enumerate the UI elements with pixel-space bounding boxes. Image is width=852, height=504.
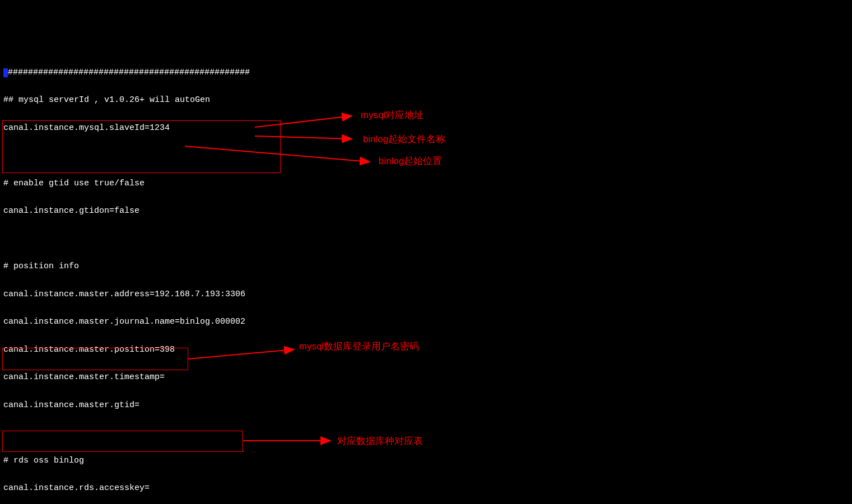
config-line xyxy=(3,428,849,438)
config-line: ########################################… xyxy=(8,68,250,77)
annotation-binlog-name: binlog起始文件名称 xyxy=(363,134,445,145)
config-line: canal.instance.rds.accesskey= xyxy=(3,484,849,493)
config-line: canal.instance.master.journal.name=binlo… xyxy=(3,318,849,327)
config-line: # position info xyxy=(3,262,849,272)
config-line xyxy=(3,151,849,161)
config-line: canal.instance.master.timestamp= xyxy=(3,373,849,382)
terminal-view[interactable]: ########################################… xyxy=(0,46,852,505)
config-line: canal.instance.gtidon=false xyxy=(3,207,849,216)
svg-line-2 xyxy=(255,136,352,139)
config-line: canal.instance.master.position=398 xyxy=(3,346,849,355)
config-line: # rds oss binlog xyxy=(3,456,849,466)
config-line: # enable gtid use true/false xyxy=(3,179,849,189)
config-line: canal.instance.master.gtid= xyxy=(3,401,849,410)
config-line: ## mysql serverId , v1.0.26+ will autoGe… xyxy=(3,96,849,105)
config-line: canal.instance.master.address=192.168.7.… xyxy=(3,290,849,300)
cursor-block xyxy=(3,68,8,78)
config-line xyxy=(3,235,849,244)
annotation-mysql-address: mysql对应地址 xyxy=(361,110,423,121)
annotation-table-regex: 对应数据库种对应表 xyxy=(337,436,423,447)
config-line: canal.instance.mysql.slaveId=1234 xyxy=(3,124,849,133)
